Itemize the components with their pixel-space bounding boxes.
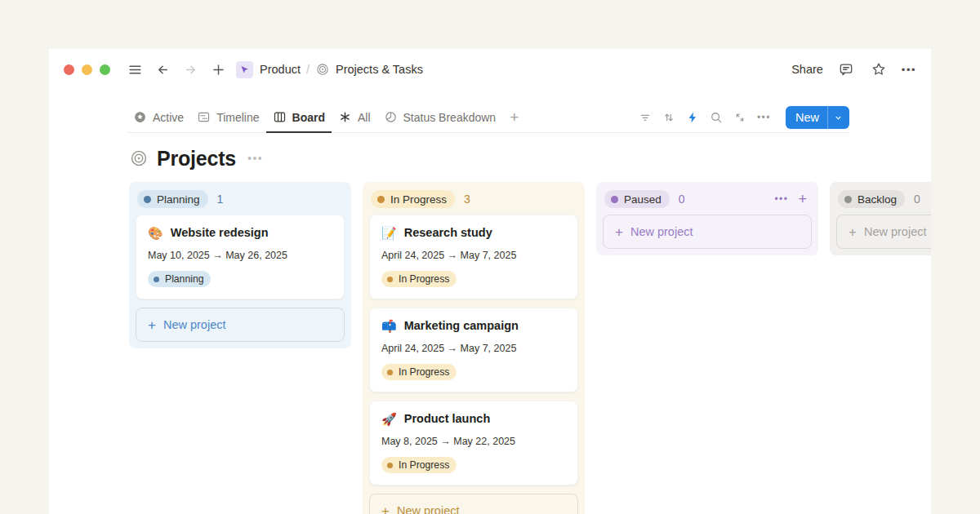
card-title-row: 🚀Product launch bbox=[381, 412, 566, 425]
column-count: 1 bbox=[217, 193, 224, 206]
target-icon bbox=[129, 148, 149, 168]
favorite-star-icon[interactable] bbox=[869, 60, 889, 79]
new-project-button[interactable]: +New project bbox=[136, 308, 345, 342]
status-dot-icon bbox=[611, 196, 618, 203]
column-cards-paused: +New project bbox=[603, 215, 812, 249]
status-badge[interactable]: Backlog bbox=[838, 190, 905, 208]
column-actions: •••+ bbox=[774, 192, 810, 206]
card-emoji-icon: 🚀 bbox=[381, 413, 397, 425]
column-more-icon[interactable]: ••• bbox=[774, 194, 788, 204]
forward-arrow-icon[interactable] bbox=[180, 60, 200, 79]
automations-bolt-icon[interactable] bbox=[682, 107, 703, 128]
status-badge[interactable]: Paused bbox=[604, 190, 670, 208]
view-toolbar: Active Timeline Board All Status Breakdo… bbox=[127, 103, 849, 133]
column-header-backlog: Backlog0 bbox=[836, 188, 931, 215]
status-badge[interactable]: In Progress bbox=[371, 190, 455, 208]
breadcrumb-workspace[interactable]: Product bbox=[260, 63, 301, 76]
breadcrumb-separator: / bbox=[306, 63, 310, 76]
new-dropdown-chevron[interactable] bbox=[827, 106, 849, 129]
new-project-label: New project bbox=[630, 225, 693, 238]
board-column-paused: Paused0•••++New project bbox=[596, 182, 818, 255]
comments-icon[interactable] bbox=[836, 60, 856, 79]
card-date-range: May 10, 2025 → May 26, 2025 bbox=[148, 250, 332, 261]
filter-icon[interactable] bbox=[635, 107, 656, 128]
card-emoji-icon: 📫 bbox=[381, 320, 397, 332]
board-column-planning: Planning1🎨Website redesignMay 10, 2025 →… bbox=[129, 182, 351, 348]
column-cards-backlog: +New project bbox=[836, 215, 931, 249]
column-cards-planning: 🎨Website redesignMay 10, 2025 → May 26, … bbox=[136, 215, 345, 342]
status-dot-icon bbox=[387, 463, 393, 468]
new-button[interactable]: New bbox=[786, 106, 849, 129]
card-title-row: 🎨Website redesign bbox=[148, 226, 332, 239]
sidebar-menu-icon[interactable] bbox=[125, 60, 145, 79]
board-columns: Planning1🎨Website redesignMay 10, 2025 →… bbox=[129, 182, 931, 514]
status-badge[interactable]: Planning bbox=[137, 190, 208, 208]
minimize-window-icon[interactable] bbox=[82, 64, 92, 75]
new-button-label[interactable]: New bbox=[786, 106, 827, 129]
app-window: Product / Projects & Tasks Share ••• Act… bbox=[49, 49, 931, 514]
board-column-backlog: Backlog0+New project bbox=[830, 182, 931, 255]
card-title-row: 📫Marketing campaign bbox=[381, 319, 566, 332]
project-card[interactable]: 📝Research studyApril 24, 2025 → May 7, 2… bbox=[369, 215, 578, 299]
status-badge-label: Paused bbox=[624, 193, 662, 206]
tab-board[interactable]: Board bbox=[266, 104, 332, 133]
column-count: 0 bbox=[679, 193, 685, 206]
status-badge[interactable]: In Progress bbox=[381, 457, 457, 473]
breadcrumb: Product / Projects & Tasks bbox=[260, 62, 423, 77]
card-title: Marketing campaign bbox=[404, 319, 519, 332]
board-column-in-progress: In Progress3📝Research studyApril 24, 202… bbox=[363, 182, 585, 514]
status-badge-label: Planning bbox=[165, 273, 203, 285]
status-badge-label: Backlog bbox=[858, 193, 897, 206]
close-window-icon[interactable] bbox=[64, 64, 74, 75]
project-card[interactable]: 📫Marketing campaignApril 24, 2025 → May … bbox=[369, 308, 578, 392]
project-card[interactable]: 🚀Product launchMay 8, 2025 → May 22, 202… bbox=[369, 401, 578, 485]
status-badge[interactable]: In Progress bbox=[381, 271, 457, 287]
tab-status-breakdown[interactable]: Status Breakdown bbox=[377, 104, 503, 133]
project-card[interactable]: 🎨Website redesignMay 10, 2025 → May 26, … bbox=[136, 215, 345, 299]
chevron-down-icon bbox=[833, 113, 844, 123]
status-badge-label: In Progress bbox=[399, 366, 449, 378]
nav-icons bbox=[125, 60, 228, 79]
status-badge-label: In Progress bbox=[399, 459, 449, 471]
view-tabs: Active Timeline Board All Status Breakdo… bbox=[127, 103, 526, 132]
column-header-in-progress: In Progress3 bbox=[369, 188, 578, 215]
add-view-icon[interactable]: + bbox=[502, 109, 526, 126]
tab-active[interactable]: Active bbox=[127, 104, 190, 133]
asterisk-icon bbox=[338, 110, 352, 124]
status-dot-icon bbox=[377, 196, 385, 203]
card-title: Product launch bbox=[404, 412, 491, 425]
view-more-icon[interactable]: ••• bbox=[753, 112, 775, 123]
status-dot-icon bbox=[154, 277, 159, 282]
column-count: 0 bbox=[914, 193, 920, 206]
search-icon[interactable] bbox=[706, 107, 727, 128]
plus-icon: + bbox=[615, 225, 623, 239]
card-emoji-icon: 📝 bbox=[381, 227, 397, 239]
breadcrumb-page[interactable]: Projects & Tasks bbox=[336, 63, 423, 76]
new-project-button[interactable]: +New project bbox=[603, 215, 812, 249]
page-title-row: Projects ••• bbox=[129, 144, 849, 172]
share-button[interactable]: Share bbox=[791, 63, 823, 76]
maximize-window-icon[interactable] bbox=[100, 64, 110, 75]
expand-icon[interactable] bbox=[729, 107, 751, 128]
card-date-range: May 8, 2025 → May 22, 2025 bbox=[381, 436, 566, 447]
new-project-label: New project bbox=[864, 225, 927, 238]
more-options-icon[interactable]: ••• bbox=[902, 64, 916, 75]
plus-icon: + bbox=[849, 225, 857, 239]
column-header-planning: Planning1 bbox=[136, 188, 345, 215]
status-dot-icon bbox=[387, 277, 393, 282]
back-arrow-icon[interactable] bbox=[153, 60, 172, 79]
new-project-button[interactable]: +New project bbox=[369, 494, 578, 514]
traffic-lights bbox=[64, 64, 110, 75]
status-badge[interactable]: Planning bbox=[148, 271, 211, 287]
tab-all[interactable]: All bbox=[332, 104, 377, 133]
titlebar-actions: Share ••• bbox=[791, 60, 916, 79]
sort-icon[interactable] bbox=[658, 107, 679, 128]
title-more-icon[interactable]: ••• bbox=[247, 152, 263, 165]
status-badge[interactable]: In Progress bbox=[381, 364, 457, 380]
new-page-plus-icon[interactable] bbox=[208, 60, 228, 79]
new-project-button[interactable]: +New project bbox=[836, 215, 931, 249]
workspace-icon[interactable] bbox=[236, 61, 253, 78]
tab-timeline[interactable]: Timeline bbox=[190, 104, 265, 133]
column-add-icon[interactable]: + bbox=[798, 192, 807, 206]
board-icon bbox=[273, 110, 287, 124]
